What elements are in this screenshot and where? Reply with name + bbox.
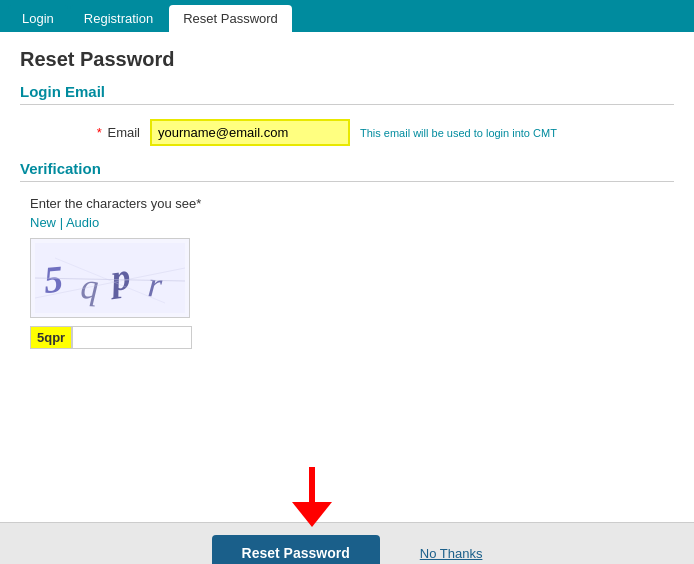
tab-reset-password[interactable]: Reset Password — [169, 5, 292, 32]
email-label: * Email — [80, 125, 140, 140]
tab-registration[interactable]: Registration — [70, 5, 167, 32]
svg-marker-9 — [292, 502, 332, 527]
captcha-input[interactable] — [72, 326, 192, 349]
email-input[interactable] — [150, 119, 350, 146]
section-login-email: Login Email — [20, 83, 674, 100]
no-thanks-button[interactable]: No Thanks — [420, 546, 483, 561]
captcha-audio-link[interactable]: Audio — [66, 215, 99, 230]
captcha-input-row: 5qpr — [30, 326, 674, 349]
captcha-instruction: Enter the characters you see* — [30, 196, 674, 211]
section-divider-email — [20, 104, 674, 105]
section-verification: Verification — [20, 160, 674, 177]
captcha-prefix: 5qpr — [30, 326, 72, 349]
tab-login[interactable]: Login — [8, 5, 68, 32]
captcha-image: 5 q p r — [30, 238, 190, 318]
email-hint: This email will be used to login into CM… — [360, 127, 557, 139]
main-content: Reset Password Login Email * Email This … — [0, 32, 694, 522]
section-divider-verification — [20, 181, 674, 182]
arrow-indicator — [282, 462, 342, 530]
footer-bar: Reset Password No Thanks — [0, 522, 694, 564]
required-star: * — [97, 125, 102, 140]
captcha-new-link[interactable]: New — [30, 215, 56, 230]
tab-bar: Login Registration Reset Password — [0, 0, 694, 32]
page-title: Reset Password — [20, 48, 674, 71]
captcha-links: New | Audio — [30, 215, 674, 230]
reset-password-button[interactable]: Reset Password — [212, 535, 380, 564]
email-form-row: * Email This email will be used to login… — [20, 119, 674, 146]
